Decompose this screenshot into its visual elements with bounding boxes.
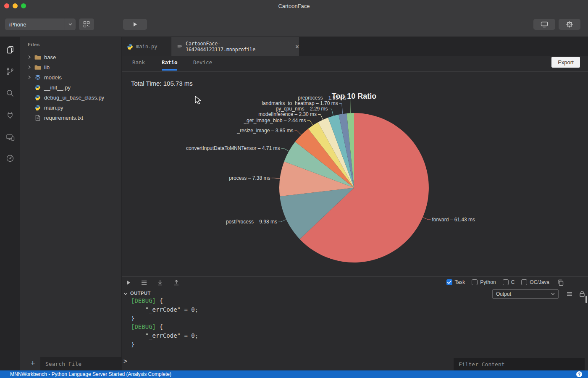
tree-item-requirements-txt[interactable]: requirements.txt: [20, 113, 122, 123]
search-activity-button[interactable]: [5, 88, 15, 98]
chevron-right-icon: [28, 65, 34, 69]
status-bar: MNNWorkbench - Python Language Server St…: [0, 370, 588, 378]
tree-item-models[interactable]: models: [20, 72, 122, 82]
tree-item-label: debug_ui_base_class.py: [44, 94, 104, 101]
toolbar: iPhone: [0, 12, 588, 37]
add-file-button[interactable]: +: [27, 357, 39, 370]
speedometer-icon: [6, 154, 14, 163]
tree-item-main-py[interactable]: main.py: [20, 102, 122, 113]
lock-icon: [579, 290, 585, 297]
tab-device[interactable]: Device: [193, 59, 212, 66]
debug-activity-button[interactable]: [5, 110, 15, 120]
tab-main-py[interactable]: main.py: [122, 37, 171, 56]
python-icon: [34, 94, 42, 101]
run-button[interactable]: [123, 19, 147, 30]
c-checkbox[interactable]: C: [503, 279, 515, 285]
search-file-input[interactable]: [40, 357, 122, 370]
tab-ratio[interactable]: Ratio: [162, 59, 178, 66]
pie-label-line: [294, 131, 301, 135]
tab-rank[interactable]: Rank: [132, 59, 145, 66]
title-bar: CartoonFace: [0, 0, 588, 12]
pie-label-line: [318, 114, 323, 120]
play-icon: [126, 280, 131, 285]
task-checkbox[interactable]: Task: [446, 279, 465, 285]
output-line: "_errCode" = 0;: [131, 331, 198, 340]
output-channel-select[interactable]: Output: [492, 289, 559, 299]
copy-icon: [557, 279, 564, 286]
file-tree: base lib models __init__.py debug_ui_bas: [20, 52, 122, 123]
checkbox-box[interactable]: [446, 279, 452, 285]
pie-label: _landmarks_to_heatmap – 1.70 ms: [259, 100, 338, 106]
profile-file-icon: [177, 44, 183, 50]
pie-label-line: [278, 219, 286, 222]
clear-output-button[interactable]: [566, 291, 573, 297]
download-button[interactable]: [157, 279, 163, 286]
chevron-down-icon: [123, 292, 128, 295]
tab-label: CartoonFace-1642044123117.mnnprofile: [186, 41, 289, 52]
task-list-button[interactable]: [141, 279, 147, 286]
filter-content-input[interactable]: [454, 358, 585, 370]
lock-output-button[interactable]: [579, 290, 585, 297]
export-button[interactable]: Export: [551, 57, 580, 68]
preview-button[interactable]: [533, 19, 555, 30]
files-icon: [5, 45, 15, 54]
checkbox-label: Python: [480, 279, 496, 285]
source-control-activity-button[interactable]: [5, 66, 15, 76]
collapse-output-button[interactable]: [123, 292, 128, 295]
active-tab-underline: [162, 69, 177, 71]
tree-item-debug-ui-base-class-py[interactable]: debug_ui_base_class.py: [20, 92, 122, 102]
tree-item-lib[interactable]: lib: [20, 62, 122, 72]
line-text: {: [156, 323, 163, 330]
pie-label: _resize_image – 3.85 ms: [236, 128, 293, 134]
chevron-down-icon: [551, 293, 555, 295]
pie-chart: forward – 61.43 mspostProcess – 9.98 msp…: [122, 71, 588, 276]
files-activity-button[interactable]: [5, 45, 15, 55]
tree-item-init-py[interactable]: __init__.py: [20, 82, 122, 92]
upload-icon: [173, 279, 180, 286]
debug-icon: [6, 111, 14, 119]
upload-button[interactable]: [173, 279, 180, 286]
line-text: }: [131, 315, 134, 322]
console-prompt[interactable]: >: [123, 357, 127, 365]
scrollbar-thumb[interactable]: [585, 296, 587, 303]
folder-icon: [34, 54, 42, 60]
tree-item-label: __init__.py: [44, 84, 71, 91]
pie-label-line: [423, 217, 431, 220]
pie-label-line: [339, 103, 343, 114]
window-title: CartoonFace: [0, 3, 588, 9]
help-button[interactable]: ?: [576, 371, 582, 377]
devices-activity-button[interactable]: [5, 132, 15, 142]
tree-item-label: base: [44, 54, 56, 60]
device-select[interactable]: iPhone: [5, 18, 76, 30]
pie-label: modelInference – 2.30 ms: [258, 111, 317, 117]
ocjava-checkbox[interactable]: OC/Java: [521, 279, 549, 285]
run-output-button[interactable]: [125, 279, 132, 286]
dashboard-activity-button[interactable]: [5, 153, 15, 163]
list-icon: [566, 291, 573, 297]
line-text: {: [156, 297, 163, 304]
tab-label: main.py: [136, 44, 158, 50]
line-text: "_errCode" = 0;: [131, 306, 198, 313]
settings-button[interactable]: [559, 19, 580, 30]
pie-label: postProcess – 9.98 ms: [226, 219, 277, 225]
close-tab-icon[interactable]: ×: [295, 44, 299, 50]
tree-item-label: requirements.txt: [44, 115, 83, 121]
copy-button[interactable]: [557, 279, 564, 286]
checkbox-box[interactable]: [521, 279, 527, 285]
python-icon: [34, 105, 42, 111]
activity-bar: [0, 37, 20, 370]
checkbox-box[interactable]: [472, 279, 478, 285]
chevron-down-icon: [65, 18, 76, 30]
qr-code-button[interactable]: [79, 18, 94, 30]
tab-mnnprofile[interactable]: CartoonFace-1642044123117.mnnprofile ×: [171, 37, 299, 56]
python-icon: [127, 44, 133, 50]
pie-label: convertInputDataToMNNTensor – 4.71 ms: [186, 145, 280, 151]
checkbox-label: Task: [455, 279, 465, 285]
download-icon: [157, 279, 163, 286]
tree-item-base[interactable]: base: [20, 52, 122, 62]
checkbox-box[interactable]: [503, 279, 509, 285]
tree-item-label: lib: [44, 64, 50, 71]
pie-label: process – 7.38 ms: [229, 175, 270, 181]
layers-icon: [34, 74, 42, 81]
python-checkbox[interactable]: Python: [472, 279, 496, 285]
